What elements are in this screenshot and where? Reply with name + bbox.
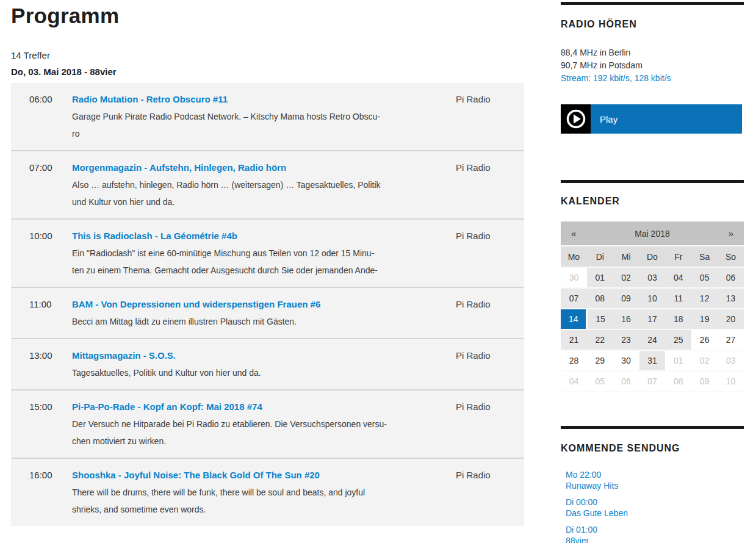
calendar-day[interactable]: 21 (561, 329, 587, 350)
calendar-week-row: 30010203040506 (561, 267, 744, 288)
calendar-week-row: 04050607080910 (561, 371, 744, 392)
program-row: 11:00 BAM - Von Depressionen und widersp… (11, 287, 524, 338)
calendar-day[interactable]: 04 (665, 267, 691, 288)
program-title-link[interactable]: Morgenmagazin - Aufstehn, Hinlegen, Radi… (72, 159, 286, 176)
calendar-day[interactable]: 22 (587, 329, 613, 350)
stream-link-192[interactable]: 192 kbit/s (593, 73, 630, 83)
calendar-prev-month-button[interactable]: « (561, 221, 587, 246)
program-time: 15:00 (29, 398, 72, 450)
upcoming-shows-list: Mo 22:00 Runaway Hits Di 00:00 Das Gute … (561, 469, 744, 543)
program-main: Shooshka - Joyful Noise: The Black Gold … (72, 467, 456, 518)
calendar-week-row: 28293031010203 (561, 350, 744, 371)
program-title-link[interactable]: Pi-Pa-Po-Rade - Kopf an Kopf: Mai 2018 #… (72, 398, 262, 415)
program-station: Pi Radio (456, 159, 524, 210)
program-title-link[interactable]: Shooshka - Joyful Noise: The Black Gold … (72, 467, 320, 484)
calendar-day: 30 (561, 267, 587, 288)
calendar-day[interactable]: 18 (665, 309, 691, 329)
calendar-day-name: Sa (691, 246, 718, 267)
program-title-link[interactable]: Mittagsmagazin - S.O.S. (72, 347, 176, 364)
stream-link-128[interactable]: 128 kbit/s (635, 73, 671, 83)
calendar-day: 26 (691, 329, 718, 350)
program-main: Pi-Pa-Po-Rade - Kopf an Kopf: Mai 2018 #… (72, 398, 456, 450)
calendar-day[interactable]: 25 (665, 329, 691, 350)
calendar-day[interactable]: 12 (691, 288, 718, 309)
program-row: 16:00 Shooshka - Joyful Noise: The Black… (11, 458, 524, 526)
calendar-day[interactable]: 10 (639, 288, 666, 309)
upcoming-show-item: Di 00:00 Das Gute Leben (566, 497, 744, 519)
calendar-day-name: So (718, 246, 744, 267)
calendar-day: 29 (587, 350, 613, 371)
stream-separator: , (630, 73, 635, 83)
upcoming-show-title-link[interactable]: 88vier (566, 535, 744, 543)
calendar-day-name: Mi (613, 246, 639, 267)
calendar-day[interactable]: 23 (613, 329, 639, 350)
calendar-body: « Mai 2018 » MoDiMiDoFrSaSo 300102030405… (561, 221, 744, 392)
program-main: BAM - Von Depressionen und widerspenstig… (72, 296, 456, 330)
calendar-day[interactable]: 15 (587, 309, 613, 329)
section-divider-bar (561, 180, 744, 183)
calendar-day[interactable]: 17 (639, 309, 666, 329)
calendar-day: 10 (718, 371, 744, 392)
calendar-day[interactable]: 20 (718, 309, 744, 329)
program-description: Becci am Mittag lädt zu einem illustren … (72, 313, 456, 330)
upcoming-show-item: Mo 22:00 Runaway Hits (566, 469, 744, 491)
radio-info: 88,4 MHz in Berlin 90,7 MHz in Potsdam S… (561, 46, 744, 85)
upcoming-show-time-link[interactable]: Di 00:00 (566, 497, 744, 508)
upcoming-show-time-link[interactable]: Mo 22:00 (566, 469, 744, 480)
program-description: Tagesaktuelles, Politik und Kultur von h… (72, 364, 456, 381)
stream-line: Stream: 192 kbit/s, 128 kbit/s (561, 72, 744, 85)
program-time: 10:00 (29, 228, 72, 279)
program-description: Der Versuch ne Hitparade bei Pi Radio zu… (72, 415, 456, 450)
program-title-link[interactable]: BAM - Von Depressionen und widerspenstig… (72, 296, 320, 313)
stream-label: Stream: (561, 73, 593, 83)
calendar-day[interactable]: 13 (718, 288, 744, 309)
program-main: Mittagsmagazin - S.O.S. Tagesaktuelles, … (72, 347, 456, 381)
main-content: Programm 14 Treffer Do, 03. Mai 2018 - 8… (11, 0, 524, 526)
upcoming-show-time-link[interactable]: Di 01:00 (566, 524, 744, 535)
calendar-day[interactable]: 24 (639, 329, 666, 350)
calendar-day[interactable]: 11 (665, 288, 691, 309)
program-title-link[interactable]: This is Radioclash - La Géométrie #4b (72, 228, 237, 245)
calendar-month-label: Mai 2018 (587, 221, 718, 246)
calendar-day: 04 (561, 371, 587, 392)
frequency-potsdam: 90,7 MHz in Potsdam (561, 59, 744, 72)
program-station: Pi Radio (456, 467, 524, 518)
program-station: Pi Radio (456, 347, 524, 381)
program-row: 10:00 This is Radioclash - La Géométrie … (11, 218, 524, 287)
calendar-week-row: 07080910111213 (561, 288, 744, 309)
program-list: 06:00 Radio Mutation - Retro Obscuro #11… (11, 83, 524, 526)
calendar-header-row: « Mai 2018 » (561, 221, 744, 246)
program-description: There will be drums, there will be funk,… (72, 484, 456, 518)
section-divider-bar (561, 426, 744, 429)
play-button[interactable]: Play (561, 104, 742, 134)
upcoming-show-title-link[interactable]: Das Gute Leben (566, 508, 744, 519)
calendar-day[interactable]: 01 (587, 267, 613, 288)
calendar-day[interactable]: 03 (639, 267, 666, 288)
program-title-link[interactable]: Radio Mutation - Retro Obscuro #11 (72, 91, 228, 108)
calendar-day[interactable]: 05 (691, 267, 718, 288)
calendar-next-month-button[interactable]: » (718, 221, 744, 246)
calendar-day[interactable]: 09 (613, 288, 639, 309)
calendar-day[interactable]: 19 (691, 309, 718, 329)
frequency-berlin: 88,4 MHz in Berlin (561, 46, 744, 59)
program-station: Pi Radio (456, 296, 524, 330)
upcoming-show-title-link[interactable]: Runaway Hits (566, 480, 744, 491)
kalender-heading: KALENDER (561, 195, 744, 207)
calendar-day[interactable]: 06 (718, 267, 744, 288)
program-time: 06:00 (29, 91, 72, 142)
calendar-day: 06 (613, 371, 639, 392)
calendar-day[interactable]: 14 (561, 309, 587, 329)
program-description: Ein "Radioclash" ist eine 60-minütige Mi… (72, 245, 456, 279)
play-button-body[interactable]: Play (591, 104, 742, 134)
play-icon (561, 104, 591, 134)
calendar-day[interactable]: 02 (613, 267, 639, 288)
calendar-day[interactable]: 07 (561, 288, 587, 309)
program-station: Pi Radio (456, 91, 524, 142)
calendar-day[interactable]: 08 (587, 288, 613, 309)
program-time: 07:00 (29, 159, 72, 210)
date-heading: Do, 03. Mai 2018 - 88vier (11, 66, 524, 78)
calendar-day[interactable]: 16 (613, 309, 639, 329)
calendar-day: 28 (561, 350, 587, 371)
calendar-day: 08 (665, 371, 691, 392)
calendar-day[interactable]: 31 (639, 350, 666, 371)
